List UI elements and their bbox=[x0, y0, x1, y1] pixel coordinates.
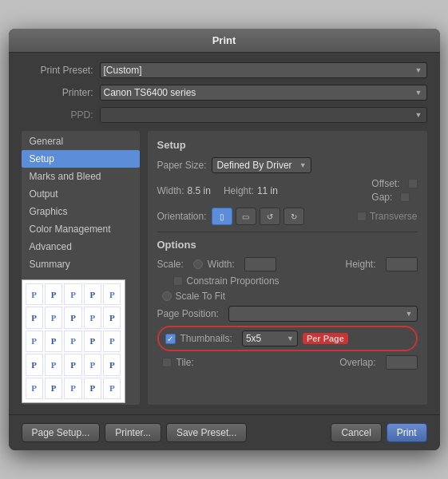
sidebar-item-advanced[interactable]: Advanced bbox=[22, 238, 140, 255]
orientation-label: Orientation: bbox=[157, 211, 207, 222]
preview-cell: P bbox=[64, 378, 81, 399]
paper-size-select-wrap: Defined By Driver bbox=[212, 157, 311, 173]
printer-select[interactable]: Canon TS6400 series bbox=[100, 85, 427, 101]
main-area: General Setup Marks and Bleed Output Gra… bbox=[22, 131, 427, 405]
offset-row: Offset: bbox=[371, 178, 417, 189]
bottom-bar: Page Setup... Printer... Save Preset... … bbox=[9, 414, 440, 450]
preview-cell: P bbox=[26, 331, 43, 352]
tile-label: Tile: bbox=[176, 357, 194, 368]
scale-row: Scale: Width: Height: bbox=[157, 257, 418, 271]
transverse-label: Transverse bbox=[370, 211, 418, 222]
scale-to-fit-radio[interactable] bbox=[162, 291, 172, 301]
ppd-label: PPD: bbox=[22, 109, 93, 121]
overlap-input[interactable] bbox=[386, 355, 418, 370]
gap-label: Gap: bbox=[371, 192, 392, 203]
preview-cell: P bbox=[64, 331, 81, 352]
thumbnails-label: Thumbnails: bbox=[180, 333, 232, 344]
sidebar-item-summary[interactable]: Summary bbox=[22, 255, 140, 273]
preview-cell: P bbox=[26, 283, 43, 305]
ppd-select[interactable] bbox=[100, 107, 427, 123]
preview-cell: P bbox=[84, 378, 101, 399]
tile-overlap-row: Tile: Overlap: bbox=[157, 355, 418, 370]
orientation-portrait-btn[interactable]: ▯ bbox=[212, 208, 232, 225]
printer-button[interactable]: Printer... bbox=[105, 423, 161, 442]
height-label: Height: bbox=[224, 185, 254, 196]
preview-cell: P bbox=[103, 378, 121, 399]
cancel-button[interactable]: Cancel bbox=[331, 423, 381, 442]
paper-size-select[interactable]: Defined By Driver bbox=[212, 157, 311, 173]
offset-gap-col: Offset: Gap: bbox=[371, 178, 417, 203]
transverse-row: Transverse bbox=[357, 211, 418, 222]
scale-label: Scale: bbox=[157, 259, 184, 270]
preview-cell: P bbox=[45, 307, 62, 328]
content-panel: Setup Paper Size: Defined By Driver Widt… bbox=[148, 131, 427, 405]
scale-width-label: Width: bbox=[208, 259, 235, 270]
ppd-select-wrap bbox=[100, 107, 427, 123]
preview-cell: P bbox=[64, 307, 81, 328]
page-position-select-wrap bbox=[228, 306, 418, 322]
preview-cell: P bbox=[103, 354, 121, 375]
scale-width-input[interactable] bbox=[244, 257, 276, 271]
scale-radio[interactable] bbox=[193, 259, 203, 269]
preview-cell: P bbox=[45, 378, 62, 399]
scale-to-fit-label: Scale To Fit bbox=[176, 291, 225, 302]
preview-cell: P bbox=[103, 283, 121, 305]
height-group: Height: 11 in bbox=[224, 185, 278, 196]
sidebar-item-output[interactable]: Output bbox=[22, 185, 140, 203]
thumbnails-select-wrap: 5x5 bbox=[242, 331, 298, 346]
constrain-label: Constrain Proportions bbox=[187, 275, 280, 287]
save-preset-button[interactable]: Save Preset... bbox=[166, 423, 247, 442]
gap-checkbox[interactable] bbox=[400, 192, 410, 202]
tile-checkbox[interactable] bbox=[162, 358, 172, 367]
orientation-landscape-btn[interactable]: ▭ bbox=[236, 208, 256, 225]
paper-size-label: Paper Size: bbox=[157, 160, 207, 171]
sidebar-item-setup[interactable]: Setup bbox=[22, 150, 140, 168]
print-preset-select[interactable]: [Custom] bbox=[100, 62, 427, 78]
printer-row: Printer: Canon TS6400 series bbox=[22, 85, 427, 101]
sidebar-item-general[interactable]: General bbox=[22, 133, 140, 150]
sidebar-item-marks-bleed[interactable]: Marks and Bleed bbox=[22, 168, 140, 185]
options-title: Options bbox=[157, 239, 418, 251]
offset-label: Offset: bbox=[371, 178, 399, 189]
height-value: 11 in bbox=[257, 185, 278, 196]
print-preset-label: Print Preset: bbox=[22, 65, 93, 76]
options-section: Options Scale: Width: Height: Constrain … bbox=[157, 239, 418, 370]
bottom-left-buttons: Page Setup... Printer... Save Preset... bbox=[22, 423, 248, 442]
width-value: 8.5 in bbox=[188, 185, 211, 196]
sidebar-item-graphics[interactable]: Graphics bbox=[22, 203, 140, 220]
orientation-rotate-right-btn[interactable]: ↻ bbox=[283, 208, 304, 225]
thumbnail-preview: PPPPPPPPPPPPPPPPPPPPPPPPP bbox=[22, 279, 125, 403]
gap-row: Gap: bbox=[371, 192, 417, 203]
print-preset-row: Print Preset: [Custom] bbox=[22, 62, 427, 78]
preview-cell: P bbox=[84, 354, 101, 375]
constrain-checkbox[interactable] bbox=[173, 276, 183, 286]
scale-height-input[interactable] bbox=[386, 257, 418, 271]
preview-cell: P bbox=[84, 307, 101, 328]
preview-cell: P bbox=[26, 378, 43, 399]
offset-checkbox[interactable] bbox=[408, 179, 418, 188]
page-position-label: Page Position: bbox=[157, 308, 219, 319]
ppd-row: PPD: bbox=[22, 107, 427, 123]
width-group: Width: 8.5 in bbox=[157, 185, 211, 196]
page-setup-button[interactable]: Page Setup... bbox=[22, 423, 101, 442]
section-title: Setup bbox=[157, 139, 418, 151]
preview-cell: P bbox=[26, 307, 43, 328]
thumbnails-select[interactable]: 5x5 bbox=[242, 331, 298, 346]
preview-cell: P bbox=[45, 354, 62, 375]
width-label: Width: bbox=[157, 185, 184, 196]
printer-label: Printer: bbox=[22, 87, 93, 98]
thumbnails-checkbox[interactable]: ✓ bbox=[165, 334, 176, 344]
title-bar: Print bbox=[9, 29, 440, 53]
transverse-checkbox[interactable] bbox=[357, 212, 367, 221]
scale-to-fit-row: Scale To Fit bbox=[157, 291, 418, 302]
preview-cell: P bbox=[84, 283, 101, 305]
orientation-rotate-left-btn[interactable]: ↺ bbox=[260, 208, 280, 225]
preview-cell: P bbox=[84, 331, 101, 352]
preview-cell: P bbox=[64, 283, 81, 305]
preview-cell: P bbox=[26, 354, 43, 375]
orientation-row: Orientation: ▯ ▭ ↺ ↻ Transverse bbox=[157, 208, 418, 225]
sidebar-item-color-management[interactable]: Color Management bbox=[22, 220, 140, 238]
page-position-select[interactable] bbox=[228, 306, 418, 322]
print-button[interactable]: Print bbox=[387, 423, 427, 442]
bottom-right-buttons: Cancel Print bbox=[331, 423, 426, 442]
